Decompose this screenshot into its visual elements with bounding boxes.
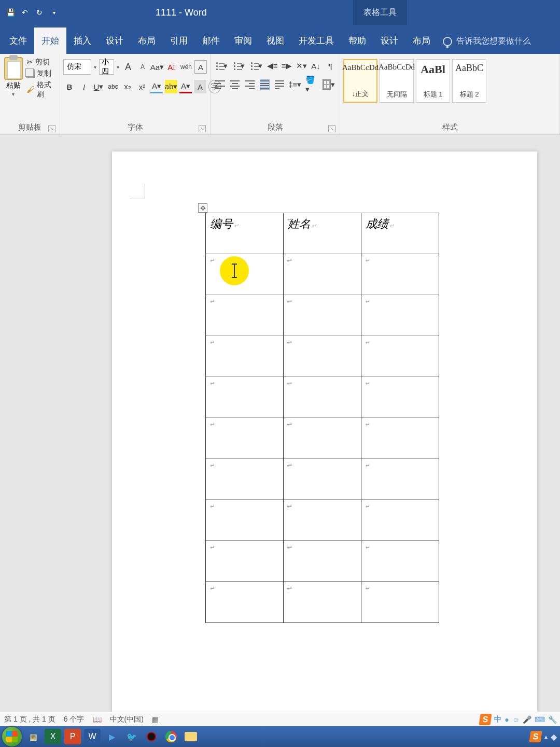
table-cell[interactable] <box>361 459 439 500</box>
style-gallery[interactable]: AaBbCcDd↓正文 AaBbCcDd无间隔 AaBl标题 1 AaBbC标题… <box>343 57 556 119</box>
table-row[interactable]: ↵ <box>206 336 439 377</box>
save-icon[interactable]: 💾 <box>4 6 17 19</box>
char-shading-button[interactable]: A <box>194 80 206 93</box>
copy-button[interactable]: 复制 <box>26 69 57 78</box>
table-row[interactable]: ↵ <box>206 500 439 541</box>
pinyin-button[interactable]: wén <box>180 60 192 74</box>
tab-design[interactable]: 设计 <box>99 27 131 54</box>
highlight-button[interactable]: ab▾ <box>165 80 177 93</box>
table-cell[interactable] <box>284 500 361 541</box>
mic-icon[interactable]: 🎤 <box>523 715 531 724</box>
bold-button[interactable]: B <box>63 80 76 93</box>
paste-button[interactable]: 粘贴 ▾ <box>3 57 23 119</box>
clear-formatting-button[interactable]: A⃠ <box>165 60 178 74</box>
increase-indent-button[interactable]: ≡▶ <box>281 59 293 73</box>
tab-view[interactable]: 视图 <box>259 27 291 54</box>
excel-icon[interactable]: X <box>45 729 61 744</box>
chevron-down-icon[interactable]: ▾ <box>93 64 97 70</box>
multilevel-button[interactable]: ▾ <box>248 59 264 73</box>
tab-table-design[interactable]: 设计 <box>373 27 405 54</box>
numbering-button[interactable]: ▾ <box>231 59 247 73</box>
distribute-button[interactable] <box>273 78 286 91</box>
ime-sogou-icon[interactable]: S <box>479 714 492 725</box>
dialog-launcher-icon[interactable]: ↘ <box>328 125 335 132</box>
align-left-button[interactable] <box>214 78 227 91</box>
chrome-icon[interactable] <box>163 729 179 744</box>
record-icon[interactable] <box>143 729 160 744</box>
tab-developer[interactable]: 开发工具 <box>291 27 341 54</box>
powerpoint-icon[interactable]: P <box>64 729 81 744</box>
dialog-launcher-icon[interactable]: ↘ <box>48 125 55 132</box>
table-cell[interactable] <box>284 377 361 418</box>
tray-icon[interactable]: ◆ <box>551 732 557 742</box>
subscript-button[interactable]: x₂ <box>121 80 134 93</box>
dialog-launcher-icon[interactable]: ↘ <box>199 125 206 132</box>
italic-button[interactable]: I <box>78 80 90 93</box>
tab-references[interactable]: 引用 <box>163 27 195 54</box>
bullets-button[interactable]: ▾ <box>214 59 229 73</box>
macro-icon[interactable]: ▦ <box>152 715 159 724</box>
table-cell[interactable] <box>361 418 439 459</box>
font-size-select[interactable]: 小四 <box>99 59 114 75</box>
word-icon[interactable]: W <box>84 729 101 744</box>
sort-button[interactable]: A↓ <box>310 59 322 73</box>
strikethrough-button[interactable]: abc <box>107 80 119 93</box>
asian-layout-button[interactable]: ✕▾ <box>295 59 307 73</box>
table-cell[interactable]: ↵ <box>206 295 284 336</box>
document-page[interactable]: ✥ 编号↵ 姓名 成绩 ↵ ↵ ↵ ↵ ↵ ↵ ↵ ↵ ↵ <box>112 151 537 716</box>
tray-expand-icon[interactable]: ▴ <box>544 733 548 740</box>
tab-file[interactable]: 文件 <box>2 27 34 54</box>
status-word-count[interactable]: 6 个字 <box>64 715 85 724</box>
document-area[interactable]: ✥ 编号↵ 姓名 成绩 ↵ ↵ ↵ ↵ ↵ ↵ ↵ ↵ ↵ <box>0 135 560 716</box>
table-cell[interactable] <box>361 582 439 623</box>
table-cell[interactable] <box>284 336 361 377</box>
table-cell[interactable] <box>361 541 439 582</box>
keyboard-icon[interactable]: ⌨ <box>535 715 545 724</box>
change-case-button[interactable]: Aa▾ <box>151 60 163 74</box>
table-cell[interactable]: ↵ <box>206 500 284 541</box>
table-cell[interactable]: ↵ <box>206 336 284 377</box>
qat-customize-icon[interactable]: ▾ <box>48 6 60 19</box>
style-normal[interactable]: AaBbCcDd↓正文 <box>343 59 377 103</box>
shading-button[interactable]: 🪣▾ <box>304 78 319 91</box>
tab-insert[interactable]: 插入 <box>66 27 99 54</box>
table-cell[interactable]: ↵ <box>206 377 284 418</box>
table-cell[interactable] <box>284 541 361 582</box>
ime-lang-label[interactable]: 中 <box>494 715 501 724</box>
decrease-indent-button[interactable]: ◀≡ <box>266 59 278 73</box>
table-row[interactable]: ↵ <box>206 295 439 336</box>
align-right-button[interactable] <box>243 78 256 91</box>
table-row[interactable]: ↵ <box>206 459 439 500</box>
tab-home[interactable]: 开始 <box>34 27 66 54</box>
status-icon[interactable]: ● <box>505 715 509 724</box>
thunderbird-icon[interactable]: 🐦 <box>123 729 140 744</box>
table-cell[interactable] <box>284 254 361 295</box>
table-cell[interactable] <box>361 295 439 336</box>
redo-icon[interactable]: ↻ <box>33 6 46 19</box>
table-row[interactable]: ↵ <box>206 418 439 459</box>
cut-button[interactable]: ✂剪切 <box>26 57 57 67</box>
align-center-button[interactable] <box>229 78 242 91</box>
format-painter-button[interactable]: 🖌格式刷 <box>26 80 57 99</box>
line-spacing-button[interactable]: ‡≡▾ <box>288 78 302 91</box>
header-cell[interactable]: 成绩 <box>361 213 439 254</box>
tab-mailings[interactable]: 邮件 <box>195 27 227 54</box>
show-marks-button[interactable]: ¶ <box>324 59 337 73</box>
borders-button[interactable]: ▾ <box>321 78 337 91</box>
table-row[interactable]: ↵ <box>206 541 439 582</box>
table-cell[interactable]: ↵ <box>206 541 284 582</box>
chevron-down-icon[interactable]: ▾ <box>116 64 120 70</box>
undo-icon[interactable]: ↶ <box>19 6 31 19</box>
tab-help[interactable]: 帮助 <box>341 27 373 54</box>
emoji-icon[interactable]: ☺ <box>512 715 520 724</box>
folder-icon[interactable] <box>183 729 199 744</box>
table-cell[interactable] <box>284 459 361 500</box>
table-move-handle-icon[interactable]: ✥ <box>198 203 207 213</box>
justify-button[interactable] <box>258 78 271 91</box>
media-player-icon[interactable]: ▶ <box>104 729 120 744</box>
table-cell[interactable] <box>361 500 439 541</box>
table-header-row[interactable]: 编号↵ 姓名 成绩 <box>206 213 439 254</box>
explorer-icon[interactable]: ▦ <box>25 729 41 744</box>
table-cell[interactable] <box>361 377 439 418</box>
shrink-font-button[interactable]: A <box>136 60 149 74</box>
